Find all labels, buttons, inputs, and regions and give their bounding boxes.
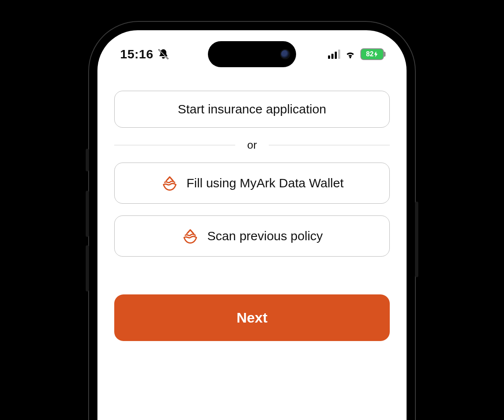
dynamic-island	[208, 41, 296, 67]
mute-switch[interactable]	[86, 149, 89, 171]
silent-mode-icon	[158, 48, 169, 60]
or-divider: or	[114, 139, 390, 152]
phone-frame: 15:16	[88, 21, 416, 420]
main-content: Start insurance application or	[97, 91, 407, 420]
next-button[interactable]: Next	[114, 294, 390, 341]
battery-percent: 82	[366, 50, 374, 58]
divider-line-left	[114, 145, 235, 145]
battery-indicator: 82	[360, 48, 384, 60]
scan-policy-label: Scan previous policy	[207, 229, 323, 243]
wifi-icon	[344, 48, 356, 60]
power-button[interactable]	[415, 202, 418, 277]
start-application-label: Start insurance application	[178, 102, 326, 116]
ark-icon	[181, 227, 200, 245]
cellular-signal-icon	[328, 50, 340, 59]
volume-up[interactable]	[86, 191, 89, 237]
ark-icon	[160, 174, 179, 192]
fill-from-wallet-button[interactable]: Fill using MyArk Data Wallet	[114, 163, 390, 204]
screen: 15:16	[97, 30, 407, 420]
charging-icon	[374, 51, 378, 57]
phone-bezel: 15:16	[94, 27, 410, 420]
divider-line-right	[269, 145, 390, 145]
divider-label: or	[247, 139, 257, 152]
clock: 15:16	[120, 47, 153, 61]
front-camera-icon	[280, 49, 290, 59]
fill-from-wallet-label: Fill using MyArk Data Wallet	[186, 176, 344, 190]
volume-down[interactable]	[86, 245, 89, 291]
scan-policy-button[interactable]: Scan previous policy	[114, 215, 390, 257]
next-label: Next	[236, 310, 268, 326]
start-application-button[interactable]: Start insurance application	[114, 91, 390, 128]
